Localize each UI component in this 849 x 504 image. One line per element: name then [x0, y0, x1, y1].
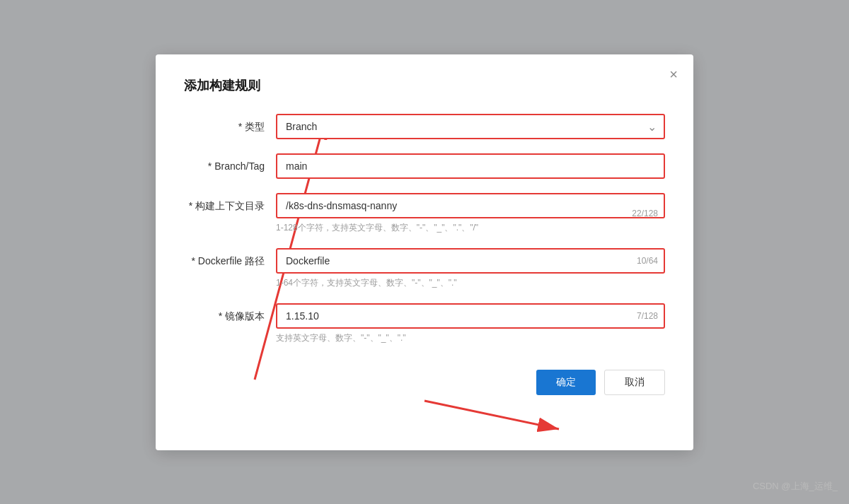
dockerfile-char-count: 10/64 [637, 256, 658, 266]
version-input[interactable] [276, 303, 665, 329]
dockerfile-control-wrap: 10/64 1-64个字符，支持英文字母、数字、"-"、"_"、"." [276, 248, 665, 289]
context-hint: 1-128个字符，支持英文字母、数字、"-"、"_"、"."、"/" [276, 222, 665, 234]
type-select[interactable]: Branch Tag [276, 114, 665, 139]
dialog-footer: 确定 取消 [184, 370, 665, 395]
svg-line-2 [424, 401, 559, 429]
dockerfile-row: * Dockerfile 路径 10/64 1-64个字符，支持英文字母、数字、… [184, 248, 665, 289]
context-row: * 构建上下文目录 22/128 1-128个字符，支持英文字母、数字、"-"、… [184, 193, 665, 234]
context-control-wrap: 22/128 1-128个字符，支持英文字母、数字、"-"、"_"、"."、"/… [276, 193, 665, 234]
confirm-button[interactable]: 确定 [536, 370, 596, 395]
type-row: * 类型 Branch Tag ⌄ [184, 114, 665, 139]
type-control-wrap: Branch Tag ⌄ [276, 114, 665, 139]
dialog-title: 添加构建规则 [184, 77, 665, 94]
context-label: * 构建上下文目录 [184, 193, 276, 218]
version-hint: 支持英文字母、数字、"-"、"_"、"." [276, 332, 665, 344]
branch-tag-label: * Branch/Tag [184, 153, 276, 179]
version-label: * 镜像版本 [184, 303, 276, 329]
dockerfile-hint: 1-64个字符，支持英文字母、数字、"-"、"_"、"." [276, 277, 665, 289]
type-label: * 类型 [184, 114, 276, 139]
cancel-button[interactable]: 取消 [604, 370, 665, 395]
version-control-wrap: 7/128 支持英文字母、数字、"-"、"_"、"." [276, 303, 665, 344]
context-input[interactable] [276, 193, 665, 218]
branch-tag-input[interactable] [276, 153, 665, 179]
dockerfile-label: * Dockerfile 路径 [184, 248, 276, 274]
type-select-wrap: Branch Tag ⌄ [276, 114, 665, 139]
version-char-count: 7/128 [637, 311, 658, 321]
context-char-count: 22/128 [632, 209, 658, 218]
branch-tag-control-wrap [276, 153, 665, 179]
dialog-overlay: 添加构建规则 × * 类型 [0, 0, 849, 504]
version-row: * 镜像版本 7/128 支持英文字母、数字、"-"、"_"、"." [184, 303, 665, 344]
branch-tag-row: * Branch/Tag [184, 153, 665, 179]
close-button[interactable]: × [669, 67, 678, 81]
dialog: 添加构建规则 × * 类型 [156, 54, 693, 450]
dockerfile-input[interactable] [276, 248, 665, 274]
